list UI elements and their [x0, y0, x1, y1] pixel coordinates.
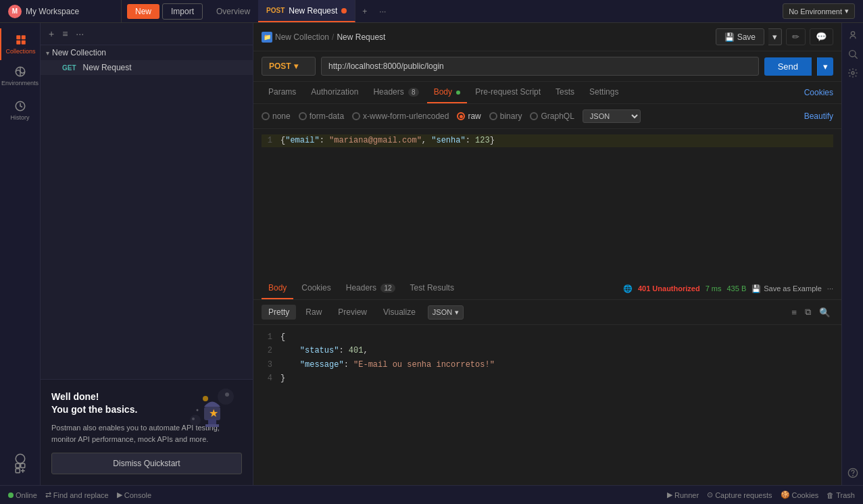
save-example-label: Save as Example — [764, 284, 822, 293]
response-more-button[interactable]: ··· — [827, 284, 833, 293]
edit-icon-button[interactable]: ✏ — [786, 28, 806, 45]
resp-tab-cookies[interactable]: Cookies — [295, 278, 337, 299]
console-label: Console — [124, 491, 151, 499]
tab-new-request[interactable]: POST New Request — [258, 0, 355, 22]
svg-point-20 — [225, 393, 229, 397]
resp-content-4: } — [280, 372, 285, 385]
url-bar: POST ▾ Send ▾ — [253, 51, 841, 82]
method-selector[interactable]: POST ▾ — [262, 57, 316, 76]
radio-none — [262, 112, 270, 120]
option-graphql[interactable]: GraphQL — [530, 111, 574, 121]
svg-line-25 — [855, 56, 858, 59]
save-example-button[interactable]: 💾 Save as Example — [751, 284, 822, 293]
filter-button[interactable]: ≡ — [59, 27, 70, 41]
workspace-label: My Workspace — [26, 7, 79, 16]
find-replace-button[interactable]: ⇄ Find and replace — [45, 490, 109, 499]
tab-params[interactable]: Params — [262, 82, 303, 103]
tab-settings[interactable]: Settings — [583, 82, 625, 103]
resp-tab-test-results[interactable]: Test Results — [403, 278, 461, 299]
monitor-icon — [14, 453, 26, 465]
tab-authorization[interactable]: Authorization — [304, 82, 365, 103]
tab-body[interactable]: Body — [427, 82, 468, 103]
tab-headers[interactable]: Headers 8 — [366, 82, 425, 103]
format-selector[interactable]: JSON Text JavaScript HTML XML — [583, 109, 641, 123]
env-label: No Environment — [789, 7, 842, 16]
response-time: 7 ms — [706, 284, 722, 293]
option-form-data[interactable]: form-data — [299, 111, 344, 121]
resp-pretty-button[interactable]: Pretty — [262, 305, 296, 320]
resp-wrap-button[interactable]: ≡ — [789, 304, 799, 320]
sidebar-item-history[interactable]: History — [0, 95, 40, 126]
workspace-name[interactable]: M My Workspace — [0, 0, 122, 22]
sidebar-item-monitor[interactable] — [0, 447, 41, 470]
right-icon-agent[interactable] — [845, 27, 861, 43]
sidebar-item-collections[interactable]: Collections — [0, 28, 40, 60]
tab-tests[interactable]: Tests — [549, 82, 581, 103]
save-dropdown-button[interactable]: ▾ — [768, 28, 782, 45]
resp-preview-button[interactable]: Preview — [331, 305, 374, 320]
send-button[interactable]: Send — [764, 57, 812, 76]
resp-raw-button[interactable]: Raw — [299, 305, 328, 320]
resp-tab-headers[interactable]: Headers 12 — [339, 278, 402, 299]
collection-icon: 📁 — [262, 32, 272, 43]
save-button[interactable]: 💾 Save — [716, 28, 764, 45]
environment-selector[interactable]: No Environment ▾ — [783, 3, 855, 19]
resp-visualize-button[interactable]: Visualize — [376, 305, 422, 320]
response-size: 435 B — [726, 284, 746, 293]
right-icon-search[interactable] — [845, 46, 861, 62]
bottom-bar: Online ⇄ Find and replace ▶ Console ▶ Ru… — [0, 485, 863, 504]
agent-icon — [847, 30, 858, 41]
console-button[interactable]: ▶ Console — [117, 490, 151, 499]
option-urlencoded[interactable]: x-www-form-urlencoded — [352, 111, 449, 121]
collection-item[interactable]: ▾ New Collection — [41, 45, 253, 60]
none-label: none — [272, 111, 291, 121]
resp-tab-body[interactable]: Body — [262, 278, 293, 299]
tab-method-badge: POST — [266, 7, 285, 14]
tab-pre-request[interactable]: Pre-request Script — [468, 82, 547, 103]
radio-raw — [457, 112, 465, 120]
quickstart-title-line2: You got the basics. — [51, 404, 137, 415]
dismiss-quickstart-button[interactable]: Dismiss Quickstart — [51, 453, 242, 474]
env-chevron: ▾ — [845, 7, 849, 16]
resp-copy-button[interactable]: ⧉ — [802, 304, 814, 320]
right-sidebar — [841, 23, 863, 485]
cookies-link[interactable]: Cookies — [804, 88, 833, 97]
import-button[interactable]: Import — [162, 3, 203, 20]
quickstart-panel: Well done! You got the basics. ★ — [41, 379, 253, 485]
quickstart-title-line1: Well done! — [51, 391, 99, 402]
cookies-bottom-button[interactable]: 🍪 Cookies — [781, 490, 819, 499]
request-method-tag: GET — [59, 64, 79, 72]
resp-search-button[interactable]: 🔍 — [816, 304, 833, 320]
capture-button[interactable]: ⊙ Capture requests — [707, 490, 772, 499]
send-dropdown-button[interactable]: ▾ — [817, 57, 833, 76]
trash-button[interactable]: 🗑 Trash — [827, 490, 855, 499]
runner-button[interactable]: ▶ Runner — [667, 490, 699, 499]
new-button[interactable]: New — [127, 4, 159, 19]
add-collection-button[interactable]: + — [46, 27, 57, 41]
right-icon-help[interactable] — [845, 465, 861, 481]
tab-overview[interactable]: Overview — [208, 0, 258, 22]
code-editor[interactable]: 1 {"email": "mariana@gmail.com", "senha"… — [253, 129, 841, 278]
resp-line-3: 3 "message": "E-mail ou senha incorretos… — [262, 358, 833, 372]
option-raw[interactable]: raw — [457, 111, 480, 121]
tabs-area: Overview POST New Request + ··· — [208, 0, 774, 22]
trash-icon: 🗑 — [827, 491, 834, 499]
breadcrumb-collection: New Collection — [275, 32, 329, 42]
svg-rect-3 — [21, 41, 25, 45]
comment-icon-button[interactable]: 💬 — [810, 28, 833, 45]
tab-more-button[interactable]: ··· — [374, 7, 391, 16]
resp-headers-badge: 12 — [380, 284, 395, 293]
beautify-button[interactable]: Beautify — [804, 111, 833, 121]
list-item[interactable]: GET New Request — [41, 60, 253, 75]
svg-rect-19 — [205, 424, 219, 427]
option-none[interactable]: none — [262, 111, 291, 121]
tab-add-button[interactable]: + — [355, 7, 374, 16]
resp-format-selector[interactable]: JSON ▾ — [428, 305, 464, 320]
svg-point-22 — [197, 409, 199, 411]
option-binary[interactable]: binary — [489, 111, 522, 121]
right-icon-settings[interactable] — [845, 65, 861, 81]
request-breadcrumb: 📁 New Collection / New Request 💾 Save ▾ … — [253, 23, 841, 51]
url-input[interactable] — [321, 57, 759, 76]
more-options-button[interactable]: ··· — [73, 27, 87, 41]
sidebar-item-environments[interactable]: Environments — [0, 60, 40, 92]
